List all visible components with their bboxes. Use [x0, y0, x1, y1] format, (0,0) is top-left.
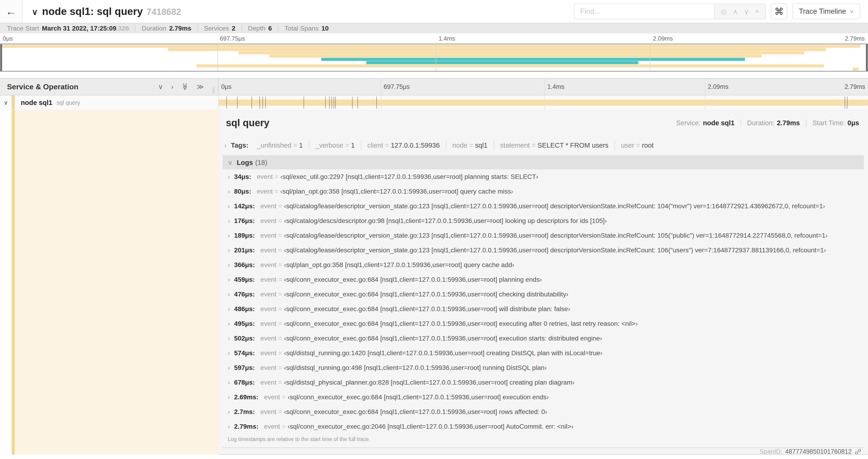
tags-row[interactable]: › Tags: _unfinished=1 _verbose=1 client=… [224, 141, 864, 150]
log-row[interactable]: › 34μs: event = ‹sql/exec_util.go:2297 [… [223, 169, 864, 184]
span-row[interactable]: ∨ node sql1 sql query [0, 95, 868, 110]
log-expand-icon[interactable]: › [228, 423, 230, 430]
log-row[interactable]: › 495μs: event = ‹sql/conn_executor_exec… [223, 316, 864, 331]
log-expand-icon[interactable]: › [228, 335, 230, 342]
log-expand-icon[interactable]: › [228, 276, 230, 283]
expand-all-icon[interactable]: ≫ [197, 83, 204, 90]
expand-one-icon[interactable]: › [171, 83, 174, 90]
span-collapse-icon[interactable]: ∨ [0, 99, 12, 106]
log-row[interactable]: › 678μs: event = ‹sql/distsql_physical_p… [223, 375, 864, 390]
log-expand-icon[interactable]: › [228, 261, 230, 269]
log-expand-icon[interactable]: › [228, 291, 230, 298]
log-marker[interactable] [259, 97, 260, 109]
log-expand-icon[interactable]: › [228, 305, 230, 313]
log-row[interactable]: › 366μs: event = ‹sql/plan_opt.go:358 [n… [223, 258, 864, 272]
log-marker[interactable] [325, 97, 326, 109]
log-marker[interactable] [352, 97, 352, 109]
prev-result-icon[interactable]: ∧ [733, 7, 738, 15]
log-field-key: event [260, 408, 277, 416]
log-row[interactable]: › 459μs: event = ‹sql/conn_executor_exec… [223, 272, 864, 287]
minimap-canvas[interactable] [0, 44, 868, 72]
log-expand-icon[interactable]: › [228, 320, 230, 327]
clear-search-icon[interactable]: × [755, 7, 759, 15]
log-row[interactable]: › 80μs: event = ‹sql/plan_opt.go:358 [ns… [223, 184, 864, 199]
log-field-value: ‹sql/distsql_physical_planner.go:828 [ns… [284, 379, 575, 386]
tag-item[interactable]: _unfinished=1 [251, 141, 309, 150]
log-expand-icon[interactable]: › [228, 247, 230, 254]
log-marker[interactable] [847, 97, 847, 109]
log-marker[interactable] [265, 97, 266, 109]
logs-collapse-icon[interactable]: ∨ [228, 159, 232, 167]
back-button[interactable]: ← [0, 0, 22, 23]
log-row[interactable]: › 201μs: event = ‹sql/catalog/lease/desc… [223, 243, 864, 258]
tags-expand-icon[interactable]: › [224, 142, 226, 149]
log-expand-icon[interactable]: › [228, 379, 230, 386]
log-marker[interactable] [237, 97, 238, 109]
log-row[interactable]: › 176μs: event = ‹sql/catalog/descs/desc… [223, 214, 864, 228]
command-icon: ⌘ [774, 6, 784, 17]
tag-item[interactable]: node=sql1 [446, 141, 494, 150]
log-expand-icon[interactable]: › [228, 364, 230, 371]
logs-header[interactable]: ∨ Logs (18) [223, 155, 864, 169]
log-timestamp: 678μs: [234, 379, 255, 386]
tag-item[interactable]: user=root [615, 141, 660, 150]
log-timestamp: 574μs: [234, 349, 255, 357]
log-field-value: ‹sql/catalog/lease/descriptor_version_st… [284, 232, 828, 239]
span-bar[interactable] [218, 100, 868, 106]
collapse-one-icon[interactable]: ∨ [158, 83, 163, 90]
log-marker[interactable] [251, 97, 252, 109]
log-expand-icon[interactable]: › [228, 349, 230, 357]
log-marker[interactable] [845, 97, 845, 109]
log-timestamp: 2.69ms: [234, 393, 258, 401]
log-marker[interactable] [376, 97, 377, 109]
minimap-gridline [217, 44, 218, 71]
log-expand-icon[interactable]: › [228, 393, 230, 401]
log-expand-icon[interactable]: › [228, 188, 230, 195]
log-expand-icon[interactable]: › [228, 232, 230, 239]
log-field-value: ‹sql/plan_opt.go:358 [nsql1,client=127.0… [284, 261, 514, 269]
column-resizer-handle[interactable]: ∥ [212, 86, 216, 94]
log-expand-icon[interactable]: › [228, 408, 230, 416]
minimap-right-scrubber[interactable] [866, 44, 867, 71]
log-marker[interactable] [335, 97, 336, 109]
log-row[interactable]: › 502μs: event = ‹sql/conn_executor_exec… [223, 331, 864, 346]
log-row[interactable]: › 476μs: event = ‹sql/conn_executor_exec… [223, 287, 864, 302]
log-marker[interactable] [226, 97, 227, 109]
deep-link-icon[interactable] [855, 448, 862, 455]
find-input[interactable] [574, 3, 714, 19]
tag-item[interactable]: statement=SELECT * FROM users [494, 141, 615, 150]
collapse-trace-icon[interactable]: ∨ [32, 7, 38, 17]
axis-tick-label: 2.79ms [845, 35, 868, 42]
trace-view-selector[interactable]: Trace Timeline ∨ [793, 3, 860, 19]
find-tools: ◎ ∧ ∨ × [714, 3, 766, 19]
log-marker[interactable] [334, 97, 334, 109]
log-marker[interactable] [358, 97, 358, 109]
log-row[interactable]: › 2.69ms: event = ‹sql/conn_executor_exe… [223, 390, 864, 404]
log-row[interactable]: › 2.79ms: event = ‹sql/conn_executor_exe… [223, 419, 864, 434]
detail-cream-fill [15, 110, 218, 455]
log-marker[interactable] [332, 97, 332, 109]
collapse-all-icon[interactable]: ≫ [182, 83, 189, 90]
log-marker[interactable] [304, 97, 304, 109]
log-row[interactable]: › 142μs: event = ‹sql/catalog/lease/desc… [223, 199, 864, 214]
log-expand-icon[interactable]: › [228, 173, 230, 181]
log-expand-icon[interactable]: › [228, 202, 230, 210]
keyboard-shortcuts-button[interactable]: ⌘ [771, 3, 787, 19]
next-result-icon[interactable]: ∨ [744, 7, 749, 15]
log-row[interactable]: › 574μs: event = ‹sql/distsql_running.go… [223, 346, 864, 360]
tag-item[interactable]: client=127.0.0.1:59936 [361, 141, 446, 150]
locate-icon[interactable]: ◎ [720, 7, 726, 15]
trace-minimap: 0μs697.75μs1.4ms2.09ms2.79ms [0, 33, 868, 78]
log-field-key: event [260, 217, 277, 225]
log-field-value: ‹sql/conn_executor_exec.go:684 [nsql1,cl… [284, 305, 570, 313]
minimap-left-scrubber[interactable] [1, 44, 2, 71]
log-row[interactable]: › 189μs: event = ‹sql/catalog/lease/desc… [223, 228, 864, 243]
log-marker[interactable] [329, 97, 330, 109]
log-row[interactable]: › 597μs: event = ‹sql/distsql_running.go… [223, 360, 864, 375]
log-expand-icon[interactable]: › [228, 217, 230, 225]
tag-item[interactable]: _verbose=1 [309, 141, 361, 150]
detail-card-footer: SpanID: 4877749850101760812 [223, 448, 864, 455]
log-row[interactable]: › 486μs: event = ‹sql/conn_executor_exec… [223, 302, 864, 316]
log-row[interactable]: › 2.7ms: event = ‹sql/conn_executor_exec… [223, 404, 864, 419]
log-marker[interactable] [262, 97, 263, 109]
